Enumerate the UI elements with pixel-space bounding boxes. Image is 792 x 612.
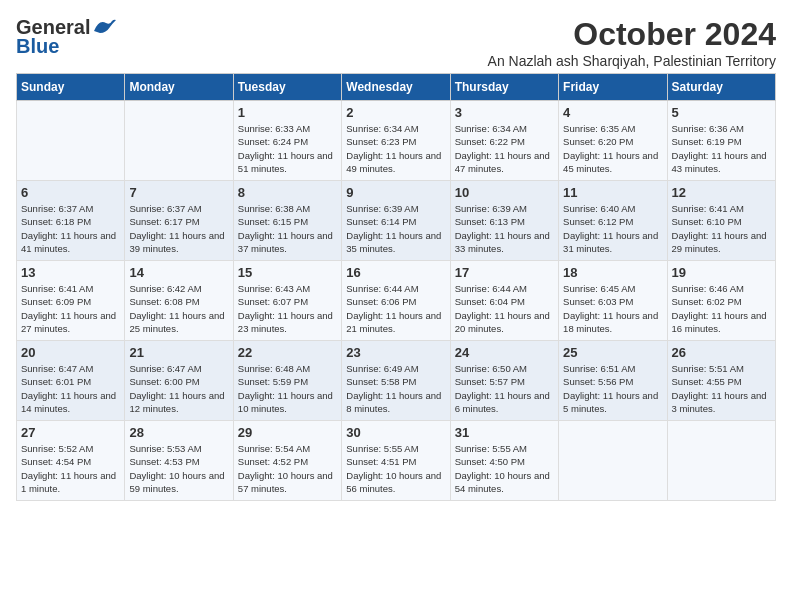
calendar-cell: 18Sunrise: 6:45 AM Sunset: 6:03 PM Dayli… xyxy=(559,261,667,341)
calendar-cell: 6Sunrise: 6:37 AM Sunset: 6:18 PM Daylig… xyxy=(17,181,125,261)
day-number: 17 xyxy=(455,265,554,280)
day-detail: Sunrise: 5:55 AM Sunset: 4:51 PM Dayligh… xyxy=(346,442,445,495)
day-detail: Sunrise: 6:47 AM Sunset: 6:00 PM Dayligh… xyxy=(129,362,228,415)
weekday-header-row: SundayMondayTuesdayWednesdayThursdayFrid… xyxy=(17,74,776,101)
calendar-cell xyxy=(17,101,125,181)
calendar-cell: 2Sunrise: 6:34 AM Sunset: 6:23 PM Daylig… xyxy=(342,101,450,181)
calendar-cell: 20Sunrise: 6:47 AM Sunset: 6:01 PM Dayli… xyxy=(17,341,125,421)
day-detail: Sunrise: 6:45 AM Sunset: 6:03 PM Dayligh… xyxy=(563,282,662,335)
weekday-header: Wednesday xyxy=(342,74,450,101)
calendar-cell: 25Sunrise: 6:51 AM Sunset: 5:56 PM Dayli… xyxy=(559,341,667,421)
calendar-cell: 16Sunrise: 6:44 AM Sunset: 6:06 PM Dayli… xyxy=(342,261,450,341)
calendar-week-row: 6Sunrise: 6:37 AM Sunset: 6:18 PM Daylig… xyxy=(17,181,776,261)
day-number: 30 xyxy=(346,425,445,440)
day-number: 11 xyxy=(563,185,662,200)
calendar-cell: 13Sunrise: 6:41 AM Sunset: 6:09 PM Dayli… xyxy=(17,261,125,341)
calendar-cell: 1Sunrise: 6:33 AM Sunset: 6:24 PM Daylig… xyxy=(233,101,341,181)
day-number: 24 xyxy=(455,345,554,360)
calendar-cell: 14Sunrise: 6:42 AM Sunset: 6:08 PM Dayli… xyxy=(125,261,233,341)
location-title: An Nazlah ash Sharqiyah, Palestinian Ter… xyxy=(488,53,776,69)
day-number: 13 xyxy=(21,265,120,280)
day-detail: Sunrise: 5:55 AM Sunset: 4:50 PM Dayligh… xyxy=(455,442,554,495)
day-detail: Sunrise: 6:37 AM Sunset: 6:18 PM Dayligh… xyxy=(21,202,120,255)
day-detail: Sunrise: 6:48 AM Sunset: 5:59 PM Dayligh… xyxy=(238,362,337,415)
day-number: 4 xyxy=(563,105,662,120)
day-number: 7 xyxy=(129,185,228,200)
logo-bird-icon xyxy=(94,19,116,37)
weekday-header: Sunday xyxy=(17,74,125,101)
calendar-cell: 22Sunrise: 6:48 AM Sunset: 5:59 PM Dayli… xyxy=(233,341,341,421)
calendar-week-row: 13Sunrise: 6:41 AM Sunset: 6:09 PM Dayli… xyxy=(17,261,776,341)
day-detail: Sunrise: 6:47 AM Sunset: 6:01 PM Dayligh… xyxy=(21,362,120,415)
day-detail: Sunrise: 6:37 AM Sunset: 6:17 PM Dayligh… xyxy=(129,202,228,255)
day-detail: Sunrise: 6:33 AM Sunset: 6:24 PM Dayligh… xyxy=(238,122,337,175)
calendar-cell: 7Sunrise: 6:37 AM Sunset: 6:17 PM Daylig… xyxy=(125,181,233,261)
calendar-cell: 23Sunrise: 6:49 AM Sunset: 5:58 PM Dayli… xyxy=(342,341,450,421)
day-detail: Sunrise: 6:41 AM Sunset: 6:09 PM Dayligh… xyxy=(21,282,120,335)
calendar-cell: 21Sunrise: 6:47 AM Sunset: 6:00 PM Dayli… xyxy=(125,341,233,421)
calendar-cell: 19Sunrise: 6:46 AM Sunset: 6:02 PM Dayli… xyxy=(667,261,775,341)
calendar-cell: 28Sunrise: 5:53 AM Sunset: 4:53 PM Dayli… xyxy=(125,421,233,501)
calendar-week-row: 27Sunrise: 5:52 AM Sunset: 4:54 PM Dayli… xyxy=(17,421,776,501)
day-detail: Sunrise: 6:51 AM Sunset: 5:56 PM Dayligh… xyxy=(563,362,662,415)
day-number: 14 xyxy=(129,265,228,280)
calendar-cell: 9Sunrise: 6:39 AM Sunset: 6:14 PM Daylig… xyxy=(342,181,450,261)
day-number: 25 xyxy=(563,345,662,360)
calendar-week-row: 20Sunrise: 6:47 AM Sunset: 6:01 PM Dayli… xyxy=(17,341,776,421)
day-detail: Sunrise: 6:39 AM Sunset: 6:13 PM Dayligh… xyxy=(455,202,554,255)
day-detail: Sunrise: 6:36 AM Sunset: 6:19 PM Dayligh… xyxy=(672,122,771,175)
calendar-week-row: 1Sunrise: 6:33 AM Sunset: 6:24 PM Daylig… xyxy=(17,101,776,181)
day-detail: Sunrise: 6:35 AM Sunset: 6:20 PM Dayligh… xyxy=(563,122,662,175)
calendar-cell: 17Sunrise: 6:44 AM Sunset: 6:04 PM Dayli… xyxy=(450,261,558,341)
weekday-header: Friday xyxy=(559,74,667,101)
logo: General Blue xyxy=(16,16,116,58)
day-number: 1 xyxy=(238,105,337,120)
calendar-cell: 8Sunrise: 6:38 AM Sunset: 6:15 PM Daylig… xyxy=(233,181,341,261)
day-number: 10 xyxy=(455,185,554,200)
day-number: 20 xyxy=(21,345,120,360)
day-number: 22 xyxy=(238,345,337,360)
weekday-header: Monday xyxy=(125,74,233,101)
calendar-cell: 10Sunrise: 6:39 AM Sunset: 6:13 PM Dayli… xyxy=(450,181,558,261)
day-detail: Sunrise: 6:50 AM Sunset: 5:57 PM Dayligh… xyxy=(455,362,554,415)
day-detail: Sunrise: 5:52 AM Sunset: 4:54 PM Dayligh… xyxy=(21,442,120,495)
day-detail: Sunrise: 5:54 AM Sunset: 4:52 PM Dayligh… xyxy=(238,442,337,495)
calendar-cell: 30Sunrise: 5:55 AM Sunset: 4:51 PM Dayli… xyxy=(342,421,450,501)
calendar-cell: 11Sunrise: 6:40 AM Sunset: 6:12 PM Dayli… xyxy=(559,181,667,261)
day-number: 31 xyxy=(455,425,554,440)
day-detail: Sunrise: 6:49 AM Sunset: 5:58 PM Dayligh… xyxy=(346,362,445,415)
logo-blue: Blue xyxy=(16,35,59,58)
day-number: 27 xyxy=(21,425,120,440)
day-number: 26 xyxy=(672,345,771,360)
day-number: 15 xyxy=(238,265,337,280)
day-number: 12 xyxy=(672,185,771,200)
day-number: 8 xyxy=(238,185,337,200)
weekday-header: Thursday xyxy=(450,74,558,101)
calendar-cell xyxy=(559,421,667,501)
day-detail: Sunrise: 6:39 AM Sunset: 6:14 PM Dayligh… xyxy=(346,202,445,255)
day-detail: Sunrise: 6:43 AM Sunset: 6:07 PM Dayligh… xyxy=(238,282,337,335)
day-detail: Sunrise: 6:41 AM Sunset: 6:10 PM Dayligh… xyxy=(672,202,771,255)
day-detail: Sunrise: 6:42 AM Sunset: 6:08 PM Dayligh… xyxy=(129,282,228,335)
calendar-cell: 26Sunrise: 5:51 AM Sunset: 4:55 PM Dayli… xyxy=(667,341,775,421)
calendar-cell: 15Sunrise: 6:43 AM Sunset: 6:07 PM Dayli… xyxy=(233,261,341,341)
day-number: 16 xyxy=(346,265,445,280)
calendar-cell xyxy=(125,101,233,181)
page-header: General Blue October 2024 An Nazlah ash … xyxy=(16,16,776,69)
day-detail: Sunrise: 6:34 AM Sunset: 6:22 PM Dayligh… xyxy=(455,122,554,175)
day-number: 2 xyxy=(346,105,445,120)
month-title: October 2024 xyxy=(488,16,776,53)
day-number: 5 xyxy=(672,105,771,120)
day-detail: Sunrise: 6:44 AM Sunset: 6:04 PM Dayligh… xyxy=(455,282,554,335)
calendar-cell: 12Sunrise: 6:41 AM Sunset: 6:10 PM Dayli… xyxy=(667,181,775,261)
day-number: 9 xyxy=(346,185,445,200)
title-block: October 2024 An Nazlah ash Sharqiyah, Pa… xyxy=(488,16,776,69)
calendar-cell: 24Sunrise: 6:50 AM Sunset: 5:57 PM Dayli… xyxy=(450,341,558,421)
day-detail: Sunrise: 5:51 AM Sunset: 4:55 PM Dayligh… xyxy=(672,362,771,415)
calendar-cell xyxy=(667,421,775,501)
day-detail: Sunrise: 6:46 AM Sunset: 6:02 PM Dayligh… xyxy=(672,282,771,335)
day-number: 18 xyxy=(563,265,662,280)
day-number: 3 xyxy=(455,105,554,120)
day-detail: Sunrise: 5:53 AM Sunset: 4:53 PM Dayligh… xyxy=(129,442,228,495)
calendar-cell: 27Sunrise: 5:52 AM Sunset: 4:54 PM Dayli… xyxy=(17,421,125,501)
